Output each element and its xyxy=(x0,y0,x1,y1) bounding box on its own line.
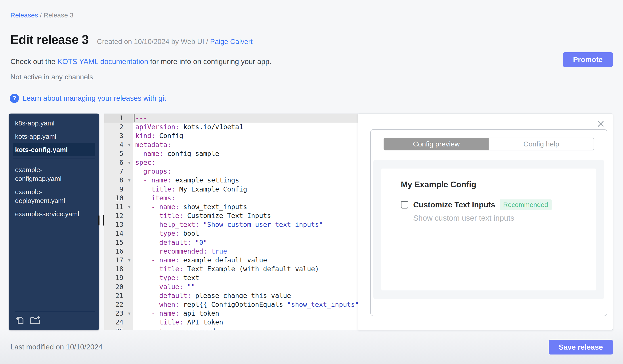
fold-arrow-icon[interactable]: ▾ xyxy=(128,158,131,167)
sidebar-footer xyxy=(15,312,95,326)
config-item-row: Customize Text Inputs Recommended xyxy=(401,200,577,210)
line-number-3: 3 xyxy=(104,131,133,140)
code-line-25[interactable]: type: password xyxy=(133,327,358,330)
doc-suffix: for more info on configuring your app. xyxy=(148,58,271,66)
line-number-23: 23▾ xyxy=(104,309,133,318)
code-line-13[interactable]: help_text: "Show custom user text inputs… xyxy=(133,220,358,229)
created-text: Created on 10/10/2024 by Web UI / Paige … xyxy=(97,38,253,46)
file-item-kots-config-yaml[interactable]: kots-config.yaml xyxy=(13,143,95,156)
line-number-17: 17▾ xyxy=(104,256,133,265)
text-cursor xyxy=(134,114,135,122)
file-item-example-service-yaml[interactable]: example-service.yaml xyxy=(13,207,95,221)
fold-arrow-icon[interactable]: ▾ xyxy=(128,202,131,211)
file-list-bottom: example- configmap.yamlexample- deployme… xyxy=(9,160,99,221)
new-folder-button[interactable] xyxy=(30,315,41,326)
code-line-23[interactable]: - name: api_token xyxy=(133,309,358,318)
sidebar-resize-handle[interactable] xyxy=(98,215,104,225)
code-line-5[interactable]: name: config-sample xyxy=(133,149,358,158)
last-modified-text: Last modified on 10/10/2024 xyxy=(10,343,102,351)
code-line-17[interactable]: - name: example_default_value xyxy=(133,256,358,265)
line-number-2: 2 xyxy=(104,122,133,131)
line-number-18: 18 xyxy=(104,265,133,273)
code-line-8[interactable]: - name: example_settings xyxy=(133,176,358,185)
code-line-19[interactable]: type: text xyxy=(133,273,358,282)
config-item-help: Show custom user text inputs xyxy=(413,214,577,222)
line-number-16: 16 xyxy=(104,247,133,256)
save-release-button[interactable]: Save release xyxy=(549,340,613,355)
breadcrumb-releases-link[interactable]: Releases xyxy=(10,12,38,19)
code-line-18[interactable]: title: Text Example (with default value) xyxy=(133,265,358,273)
file-item-kots-app-yaml[interactable]: kots-app.yaml xyxy=(13,130,95,143)
new-file-icon xyxy=(15,315,25,325)
code-line-9[interactable]: title: My Example Config xyxy=(133,185,358,194)
code-line-6[interactable]: spec: xyxy=(133,158,358,167)
author-link[interactable]: Paige Calvert xyxy=(210,38,252,45)
code-line-24[interactable]: title: API token xyxy=(133,318,358,327)
line-number-6: 6▾ xyxy=(104,158,133,167)
channel-status: Not active in any channels xyxy=(10,73,93,81)
file-item-example-configmap-yaml[interactable]: example- configmap.yaml xyxy=(13,163,95,185)
editor-code[interactable]: ---apiVersion: kots.io/v1beta1kind: Conf… xyxy=(133,114,358,330)
breadcrumb: Releases / Release 3 xyxy=(10,12,73,19)
code-line-1[interactable]: --- xyxy=(133,114,358,122)
line-number-4: 4▾ xyxy=(104,141,133,149)
line-number-25: 25 xyxy=(104,327,133,330)
line-number-19: 19 xyxy=(104,273,133,282)
code-line-22[interactable]: when: repl{{ ConfigOptionEquals "show_te… xyxy=(133,300,358,309)
config-card: My Example Config Customize Text Inputs … xyxy=(381,168,596,290)
file-item-example-deployment-yaml[interactable]: example- deployment.yaml xyxy=(13,185,95,207)
fold-arrow-icon[interactable]: ▾ xyxy=(128,176,131,185)
kots-yaml-doc-link[interactable]: KOTS YAML documentation xyxy=(58,58,148,66)
recommended-badge: Recommended xyxy=(500,200,552,210)
code-line-2[interactable]: apiVersion: kots.io/v1beta1 xyxy=(133,122,358,131)
line-number-21: 21 xyxy=(104,291,133,300)
line-number-13: 13 xyxy=(104,220,133,229)
new-file-button[interactable] xyxy=(15,315,25,326)
page-title: Edit release 3 xyxy=(10,32,89,47)
git-link-label: Learn about managing your releases with … xyxy=(22,94,166,102)
question-icon: ? xyxy=(10,94,19,103)
yaml-editor[interactable]: 1234▾56▾78▾91011▾121314151617▾1819202122… xyxy=(104,114,358,330)
code-line-15[interactable]: default: "0" xyxy=(133,238,358,247)
code-line-21[interactable]: default: please change this value xyxy=(133,291,358,300)
tab-config-help[interactable]: Config help xyxy=(489,138,594,150)
doc-prefix: Check out the xyxy=(10,58,58,66)
code-line-12[interactable]: title: Customize Text Inputs xyxy=(133,211,358,220)
tab-config-preview[interactable]: Config preview xyxy=(384,138,489,150)
fold-arrow-icon[interactable]: ▾ xyxy=(128,309,131,318)
config-item-label: Customize Text Inputs xyxy=(413,200,495,209)
new-folder-icon xyxy=(30,315,41,325)
code-line-4[interactable]: metadata: xyxy=(133,141,358,149)
preview-tabbar: Config previewConfig help xyxy=(384,138,594,150)
git-help-link[interactable]: ? Learn about managing your releases wit… xyxy=(10,94,166,103)
sidebar-divider xyxy=(13,158,95,158)
code-line-11[interactable]: - name: show_text_inputs xyxy=(133,202,358,211)
code-line-7[interactable]: groups: xyxy=(133,167,358,176)
preview-body: My Example Config Customize Text Inputs … xyxy=(373,160,604,299)
fold-arrow-icon[interactable]: ▾ xyxy=(128,256,131,265)
breadcrumb-current: Release 3 xyxy=(44,12,73,19)
promote-button[interactable]: Promote xyxy=(563,52,613,67)
line-number-22: 22 xyxy=(104,300,133,309)
close-button[interactable] xyxy=(596,120,605,128)
code-line-14[interactable]: type: bool xyxy=(133,229,358,238)
line-number-15: 15 xyxy=(104,238,133,247)
title-row: Edit release 3 Created on 10/10/2024 by … xyxy=(10,32,252,47)
customize-text-inputs-checkbox[interactable] xyxy=(401,201,408,208)
file-item-k8s-app-yaml[interactable]: k8s-app.yaml xyxy=(13,117,95,130)
fold-arrow-icon[interactable]: ▾ xyxy=(128,141,131,149)
line-number-1: 1 xyxy=(104,114,133,122)
doc-row: Check out the KOTS YAML documentation fo… xyxy=(10,58,271,66)
close-icon xyxy=(596,120,605,128)
code-line-3[interactable]: kind: Config xyxy=(133,131,358,140)
line-number-9: 9 xyxy=(104,185,133,194)
editor-gutter: 1234▾56▾78▾91011▾121314151617▾1819202122… xyxy=(104,114,133,330)
line-number-24: 24 xyxy=(104,318,133,327)
preview-subpanel: Config previewConfig help My Example Con… xyxy=(370,129,607,316)
code-line-10[interactable]: items: xyxy=(133,194,358,202)
code-line-20[interactable]: value: "" xyxy=(133,283,358,291)
config-preview-panel: Config previewConfig help My Example Con… xyxy=(358,114,613,330)
file-sidebar: k8s-app.yamlkots-app.yamlkots-config.yam… xyxy=(9,114,99,330)
code-line-16[interactable]: recommended: true xyxy=(133,247,358,256)
line-number-12: 12 xyxy=(104,211,133,220)
